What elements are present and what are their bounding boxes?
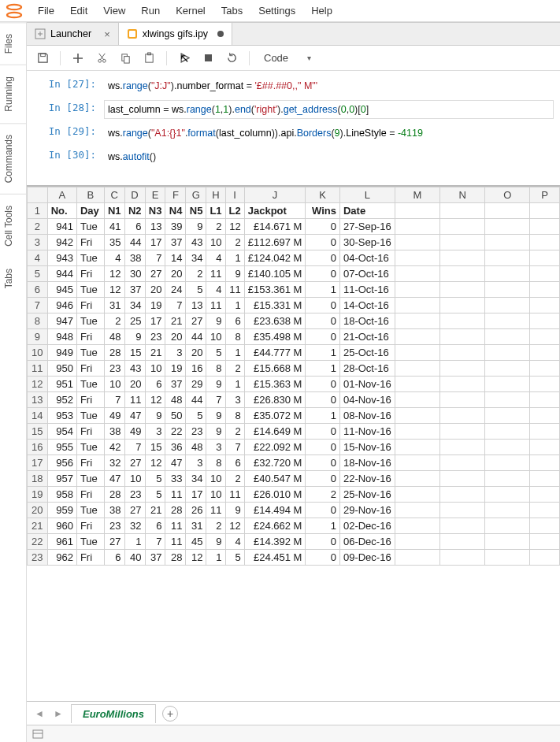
cell[interactable] <box>485 281 530 297</box>
cell[interactable] <box>530 439 560 454</box>
row-header[interactable]: 10 <box>28 344 48 360</box>
cell[interactable]: 941 <box>47 218 76 234</box>
cell[interactable]: 20 <box>165 265 186 281</box>
cell[interactable] <box>440 265 485 281</box>
gutter-tab-running[interactable]: Running <box>0 65 26 123</box>
col-header-A[interactable]: A <box>47 187 76 202</box>
cell[interactable]: 34 <box>186 250 206 265</box>
cell[interactable]: £14.649 M <box>244 423 306 439</box>
gutter-tab-files[interactable]: Files <box>0 22 26 65</box>
cell[interactable] <box>440 328 485 344</box>
menu-help[interactable]: Help <box>303 2 340 20</box>
cell[interactable]: Tue <box>76 533 104 549</box>
sheet-nav-prev[interactable]: ◄ <box>33 708 46 719</box>
cell[interactable]: 11 <box>165 518 186 533</box>
cell[interactable]: 1 <box>306 344 340 360</box>
cell[interactable]: 961 <box>47 533 76 549</box>
col-header-D[interactable]: D <box>124 187 145 202</box>
cell[interactable]: 50 <box>165 407 186 423</box>
cell[interactable]: 960 <box>47 518 76 533</box>
cell[interactable]: Tue <box>76 502 104 518</box>
cell[interactable]: 11-Nov-16 <box>339 423 395 439</box>
data-header-cell[interactable] <box>530 202 560 218</box>
cell[interactable]: 15 <box>145 439 165 454</box>
cell[interactable]: 8 <box>225 407 244 423</box>
cell[interactable]: 2 <box>186 265 206 281</box>
cell[interactable]: £14.671 M <box>244 218 306 234</box>
cell[interactable]: 951 <box>47 376 76 391</box>
cell[interactable]: £22.092 M <box>244 439 306 454</box>
close-icon[interactable]: × <box>104 28 110 40</box>
cell[interactable]: 45 <box>186 533 206 549</box>
cell[interactable]: 38 <box>104 502 124 518</box>
sheet-add-button[interactable]: + <box>162 706 178 722</box>
cell[interactable] <box>485 470 530 486</box>
cell[interactable]: Tue <box>76 344 104 360</box>
col-header-M[interactable]: M <box>395 187 439 202</box>
data-header-cell[interactable]: N2 <box>124 202 145 218</box>
cell[interactable] <box>395 423 439 439</box>
cell[interactable]: £26.010 M <box>244 486 306 502</box>
cell[interactable] <box>395 344 439 360</box>
cell[interactable]: 2 <box>225 423 244 439</box>
cell[interactable]: 950 <box>47 360 76 376</box>
cell[interactable]: 27-Sep-16 <box>339 218 395 234</box>
cell[interactable]: 13 <box>145 218 165 234</box>
cell[interactable]: 28 <box>104 344 124 360</box>
cell[interactable] <box>530 281 560 297</box>
cell[interactable] <box>440 344 485 360</box>
cell[interactable]: 1 <box>206 549 225 565</box>
cell[interactable] <box>530 407 560 423</box>
cell[interactable]: 21 <box>165 313 186 328</box>
menu-edit[interactable]: Edit <box>62 2 95 20</box>
cell[interactable]: 4 <box>206 250 225 265</box>
row-header[interactable]: 8 <box>28 313 48 328</box>
cell[interactable] <box>440 439 485 454</box>
cell[interactable] <box>440 533 485 549</box>
cell[interactable]: 8 <box>206 454 225 470</box>
cell[interactable]: Tue <box>76 407 104 423</box>
row-header[interactable]: 23 <box>28 549 48 565</box>
cell[interactable]: 948 <box>47 328 76 344</box>
cell[interactable] <box>440 454 485 470</box>
sheet-tab[interactable]: EuroMillions <box>71 704 156 723</box>
cell[interactable] <box>485 407 530 423</box>
row-header[interactable]: 11 <box>28 360 48 376</box>
tab-launcher[interactable]: Launcher× <box>27 23 119 45</box>
cell[interactable] <box>395 297 439 313</box>
col-header-H[interactable]: H <box>206 187 225 202</box>
cell[interactable] <box>440 518 485 533</box>
row-header[interactable]: 1 <box>28 202 48 218</box>
cell[interactable] <box>485 518 530 533</box>
cell[interactable]: 08-Nov-16 <box>339 407 395 423</box>
cell[interactable]: 17 <box>145 234 165 250</box>
cell[interactable]: 28 <box>165 549 186 565</box>
cell[interactable] <box>440 423 485 439</box>
data-header-cell[interactable]: N5 <box>186 202 206 218</box>
cell[interactable] <box>485 454 530 470</box>
cell[interactable]: 10 <box>206 234 225 250</box>
cell[interactable]: 48 <box>186 439 206 454</box>
data-header-cell[interactable]: Jackpot <box>244 202 306 218</box>
cell[interactable] <box>440 376 485 391</box>
tab-xlwings-gifs-ipy[interactable]: xlwings gifs.ipy <box>119 23 232 45</box>
data-header-cell[interactable]: Date <box>339 202 395 218</box>
cell[interactable]: 9 <box>186 218 206 234</box>
cell[interactable]: 0 <box>306 454 340 470</box>
cell[interactable]: 01-Nov-16 <box>339 376 395 391</box>
cell[interactable] <box>440 281 485 297</box>
cell[interactable]: 4 <box>225 533 244 549</box>
cell[interactable]: Fri <box>76 486 104 502</box>
cell[interactable] <box>395 250 439 265</box>
cell[interactable]: 32 <box>124 518 145 533</box>
cell[interactable] <box>530 344 560 360</box>
sheet-nav-next[interactable]: ► <box>52 708 65 719</box>
cell[interactable]: 0 <box>306 250 340 265</box>
cell[interactable]: 2 <box>225 470 244 486</box>
cell[interactable] <box>530 313 560 328</box>
col-header-N[interactable]: N <box>440 187 485 202</box>
cell[interactable]: 962 <box>47 549 76 565</box>
cell[interactable]: 39 <box>165 218 186 234</box>
cell[interactable]: 34 <box>186 470 206 486</box>
cell[interactable]: 10 <box>206 486 225 502</box>
